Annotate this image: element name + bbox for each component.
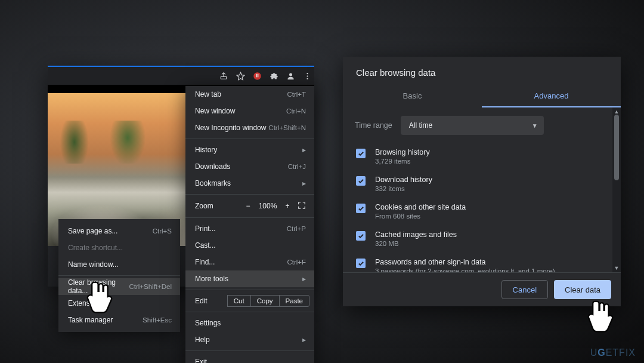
option-row[interactable]: Cookies and other site dataFrom 608 site… [355, 198, 609, 226]
menu-more-tools[interactable]: More tools ▸ [185, 270, 314, 287]
option-row[interactable]: Cached images and files320 MB [355, 226, 609, 253]
menu-label: Zoom [195, 202, 242, 210]
menu-exit[interactable]: Exit [185, 353, 314, 363]
select-value: All time [409, 121, 432, 130]
menu-downloads[interactable]: Downloads Ctrl+J [185, 158, 314, 175]
menu-label: Downloads [195, 162, 288, 171]
checkbox[interactable] [356, 149, 366, 158]
menu-new-tab[interactable]: New tab Ctrl+T [185, 86, 314, 103]
option-row[interactable]: Browsing history3,729 items [355, 143, 609, 171]
copy-button[interactable]: Copy [250, 295, 280, 307]
svg-rect-0 [221, 76, 226, 79]
time-range-select[interactable]: All time ▼ [401, 116, 544, 135]
option-text: Browsing history3,729 items [375, 148, 430, 165]
menu-cast[interactable]: Cast... [185, 237, 314, 254]
menu-bookmarks[interactable]: Bookmarks ▸ [185, 175, 314, 192]
menu-label: Clear browsing data... [68, 278, 129, 295]
paste-button[interactable]: Paste [279, 295, 309, 307]
menu-label: Edit [195, 297, 228, 305]
submenu-extensions[interactable]: Extensions [58, 295, 180, 312]
caret-down-icon: ▼ [532, 122, 538, 129]
menu-shortcut: Ctrl+F [287, 259, 306, 266]
submenu-task-manager[interactable]: Task manager Shift+Esc [58, 312, 180, 328]
menu-find[interactable]: Find... Ctrl+F [185, 254, 314, 270]
menu-shortcut: Ctrl+N [286, 107, 306, 115]
tab-basic[interactable]: Basic [343, 84, 482, 107]
checkbox[interactable] [356, 259, 366, 268]
tab-label: Advanced [534, 91, 569, 100]
menu-settings[interactable]: Settings [185, 315, 314, 331]
menu-label: Print... [195, 224, 287, 233]
menu-print[interactable]: Print... Ctrl+P [185, 220, 314, 237]
watermark: UGETFIX [590, 347, 636, 358]
menu-edit: Edit Cut Copy Paste [185, 293, 314, 309]
menu-separator [185, 290, 314, 290]
puzzle-icon[interactable] [269, 71, 278, 81]
menu-label: Bookmarks [195, 179, 302, 187]
menu-incognito[interactable]: New Incognito window Ctrl+Shift+N [185, 119, 314, 136]
button-label: Clear data [565, 285, 600, 294]
svg-rect-3 [257, 73, 258, 77]
time-range-row: Time range All time ▼ [355, 116, 609, 135]
cut-button[interactable]: Cut [227, 295, 251, 307]
menu-history[interactable]: History ▸ [185, 141, 314, 158]
star-icon[interactable] [236, 71, 245, 81]
submenu-name-window[interactable]: Name window... [58, 256, 180, 273]
menu-shortcut: Ctrl+Shift+Del [129, 283, 172, 290]
chevron-right-icon: ▸ [302, 336, 306, 344]
checkbox[interactable] [356, 176, 366, 186]
menu-new-window[interactable]: New window Ctrl+N [185, 103, 314, 119]
menu-shortcut: Shift+Esc [143, 316, 172, 324]
checkbox[interactable] [356, 231, 366, 241]
menu-label: Create shortcut... [68, 244, 172, 252]
dialog-title: Clear browsing data [343, 57, 621, 84]
svg-point-7 [306, 78, 308, 79]
dialog-footer: Cancel Clear data [343, 272, 621, 306]
menu-shortcut: Ctrl+T [287, 91, 306, 98]
browser-window: New tab Ctrl+T New window Ctrl+N New Inc… [48, 66, 314, 287]
svg-point-4 [289, 73, 292, 76]
menu-label: New window [195, 107, 286, 115]
extension-red-icon[interactable] [252, 71, 262, 81]
svg-point-1 [253, 72, 261, 80]
browser-toolbar [48, 66, 314, 85]
dialog-scrollbar[interactable]: ▲ ▼ [612, 107, 621, 272]
menu-help[interactable]: Help ▸ [185, 331, 314, 348]
dialog-body: Time range All time ▼ Browsing history3,… [343, 107, 621, 272]
zoom-percent: 100% [255, 202, 281, 210]
option-title: Passwords and other sign-in data [375, 258, 555, 266]
scroll-thumb[interactable] [614, 115, 619, 180]
scroll-down-icon[interactable]: ▼ [612, 264, 621, 272]
option-subtitle: 3 passwords (for 2-spyware.com, esolutio… [375, 267, 555, 272]
submenu-save-page[interactable]: Save page as... Ctrl+S [58, 223, 180, 239]
option-text: Download history332 items [375, 176, 432, 192]
menu-label: Exit [195, 358, 306, 363]
submenu-create-shortcut: Create shortcut... [58, 239, 180, 256]
menu-separator [185, 139, 314, 139]
clear-data-button[interactable]: Clear data [554, 280, 611, 299]
zoom-out-button[interactable]: − [242, 202, 255, 210]
menu-shortcut: Ctrl+J [288, 163, 306, 170]
cancel-button[interactable]: Cancel [501, 280, 548, 299]
tab-advanced[interactable]: Advanced [482, 84, 621, 107]
menu-shortcut: Ctrl+Shift+N [268, 124, 306, 131]
fullscreen-icon[interactable] [298, 201, 308, 211]
menu-separator [185, 312, 314, 312]
dialog-tabs: Basic Advanced [343, 84, 621, 107]
zoom-in-button[interactable]: + [281, 202, 294, 210]
menu-shortcut: Ctrl+P [287, 225, 306, 232]
menu-label: Name window... [68, 260, 172, 269]
option-row[interactable]: Passwords and other sign-in data3 passwo… [355, 253, 609, 272]
checkbox[interactable] [356, 204, 366, 213]
submenu-clear-browsing-data[interactable]: Clear browsing data... Ctrl+Shift+Del [58, 278, 180, 295]
more-icon[interactable] [302, 71, 312, 81]
option-title: Download history [375, 176, 432, 184]
menu-label: Task manager [68, 316, 143, 324]
share-icon[interactable] [219, 71, 228, 81]
dialog-scroll-area: Time range All time ▼ Browsing history3,… [343, 107, 612, 272]
chevron-right-icon: ▸ [302, 275, 306, 283]
option-subtitle: 3,729 items [375, 158, 430, 165]
menu-label: New tab [195, 90, 287, 99]
profile-icon[interactable] [286, 71, 295, 81]
option-row[interactable]: Download history332 items [355, 171, 609, 198]
